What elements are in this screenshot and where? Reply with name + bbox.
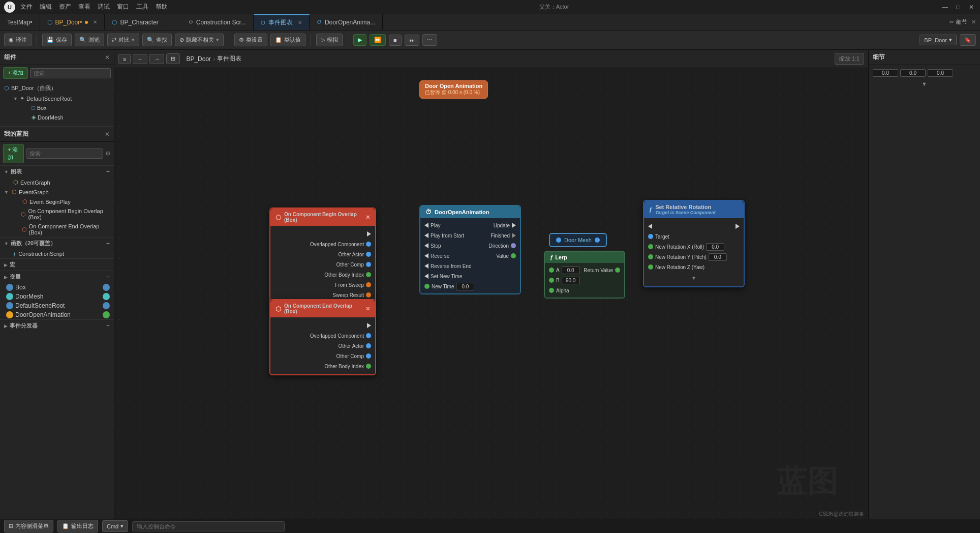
tab-bpdoor[interactable]: ⬡ BP_Door• ✕ [40, 14, 105, 30]
canvas-back-button[interactable]: ← [133, 54, 147, 64]
menu-window[interactable]: 窗口 [117, 3, 129, 11]
tab-construction[interactable]: ⚙ Construction Scr... [181, 14, 254, 30]
my-blueprint-close[interactable]: ✕ [105, 131, 110, 138]
breadcrumb-root[interactable]: BP_Door [186, 55, 211, 63]
blueprint-settings-icon[interactable]: ⚙ [105, 150, 111, 157]
class-settings-button[interactable]: ⚙ 类设置 [234, 34, 267, 46]
close-button[interactable]: ✕ [967, 3, 976, 12]
functions-collapse-arrow[interactable]: ▼ [4, 241, 9, 246]
tab-dooranim[interactable]: ⏱ DoorOpenAnima... [310, 14, 383, 30]
set-relative-rotation-node[interactable]: ƒ Set Relative Rotation Target is Scene … [643, 200, 745, 287]
details-close[interactable]: ✕ [971, 19, 976, 25]
maximize-button[interactable]: □ [954, 3, 963, 12]
tab-bpdoor-close[interactable]: ✕ [93, 19, 97, 25]
variable-dooropenanim-item[interactable]: DoorOpenAnimation [0, 310, 114, 319]
variables-collapse-arrow[interactable]: ▶ [4, 275, 8, 280]
on-end-overlap-node[interactable]: ⬡ On Component End Overlap (Box) ✕ Overl… [269, 299, 376, 375]
functions-add-button[interactable]: + [106, 240, 110, 247]
cmd-button[interactable]: Cmd ▾ [102, 520, 128, 532]
class-defaults-button[interactable]: 📋 类认值 [270, 34, 305, 46]
on-begin-overlap-otherbodyindex-pin: Other Body Index [270, 270, 375, 280]
variable-defaultsceneroot-item[interactable]: DefaultSceneRoot [0, 301, 114, 310]
menu-view[interactable]: 查看 [78, 3, 90, 11]
component-item-root[interactable]: ⬡ BP_Door（自我） [0, 83, 114, 94]
compare-button[interactable]: ⇄ 对比 ▾ [107, 34, 139, 46]
canvas-hamburger-button[interactable]: ≡ [118, 54, 131, 64]
lerp-node[interactable]: ƒ Lerp A Return Value [544, 251, 625, 299]
variable-doormesh-item[interactable]: DoorMesh [0, 292, 114, 301]
details-expand-arrow[interactable]: ▼ [922, 81, 927, 87]
minimize-button[interactable]: — [940, 3, 950, 12]
components-search-input[interactable] [30, 68, 111, 78]
add-blueprint-button[interactable]: + 添加 [3, 144, 24, 163]
da-newtime-value-input[interactable] [456, 283, 474, 290]
component-item-defaultsceneroot[interactable]: ▼ ✦ DefaultSceneRoot [0, 94, 114, 103]
tab-eventgraph[interactable]: ⬡ 事件图表 ✕ [254, 14, 310, 30]
lerp-a-value-input[interactable] [562, 266, 580, 274]
variables-add-button[interactable]: + [106, 274, 110, 281]
my-blueprint-search-input[interactable] [26, 149, 103, 159]
on-end-overlap-close-icon[interactable]: ✕ [365, 306, 370, 312]
event-dispatchers-add-button[interactable]: + [106, 322, 110, 330]
content-browser-button[interactable]: ⊞ 内容侧滑菜单 [4, 520, 53, 532]
eventgraph-item[interactable]: ⬡ EventGraph [0, 177, 114, 187]
tab-eventgraph-close[interactable]: ✕ [298, 20, 302, 25]
event-begin-overlap-item[interactable]: ⬡ On Component Begin Overlap (Box) [0, 206, 114, 222]
coord-y-input[interactable] [900, 69, 926, 77]
construction-script-item[interactable]: ƒ ConstructionScript [0, 249, 114, 258]
skip-button[interactable]: ⏭ [405, 35, 419, 46]
srr-pitchy-pin: New Rotation Y (Pitch) [644, 252, 744, 262]
tab-testmap[interactable]: TestMap• [0, 14, 40, 30]
more-button[interactable]: ⋯ [422, 34, 437, 46]
graphs-add-button[interactable]: + [106, 168, 110, 175]
door-open-animation-node[interactable]: ⏱ DoorOpenAnimation Play Update [419, 205, 521, 294]
stop-button[interactable]: ■ [389, 35, 402, 46]
find-button[interactable]: 🔍 查找 [142, 34, 172, 46]
menu-file[interactable]: 文件 [20, 3, 33, 11]
canvas-home-button[interactable]: ⊞ [166, 53, 180, 64]
component-item-box[interactable]: □ Box [0, 103, 114, 112]
variables-section-title: 变量 [10, 273, 21, 281]
hide-unrelated-button[interactable]: ⊘ 隐藏不相关 ▾ [175, 34, 224, 46]
menu-tools[interactable]: 工具 [136, 3, 148, 11]
on-begin-overlap-close-icon[interactable]: ✕ [365, 214, 370, 221]
srr-rollx-value-input[interactable] [706, 243, 724, 251]
event-beginplay-item[interactable]: ⬡ Event BeginPlay [0, 197, 114, 206]
tab-bpcharacter[interactable]: ⬡ BP_Character [105, 14, 166, 30]
add-component-button[interactable]: + 添加 [3, 67, 28, 79]
eventgraph-toggle-item[interactable]: ▼ ⬡ EventGraph [0, 187, 114, 197]
srr-expand-arrow[interactable]: ▼ [691, 275, 696, 281]
on-begin-overlap-node[interactable]: ⬡ On Component Begin Overlap (Box) ✕ Ove… [269, 208, 376, 304]
coord-z-input[interactable] [928, 69, 953, 77]
menu-edit[interactable]: 编辑 [40, 3, 52, 11]
component-item-doormesh[interactable]: ◈ DoorMesh [0, 112, 114, 122]
event-dispatchers-header: ▶ 事件分发器 + [0, 319, 114, 332]
canvas-forward-button[interactable]: → [149, 54, 164, 64]
macros-collapse-arrow[interactable]: ▶ [4, 262, 8, 268]
coord-x-input[interactable] [873, 69, 898, 77]
output-log-button[interactable]: 📋 输出日志 [57, 520, 98, 532]
menu-debug[interactable]: 调试 [98, 3, 110, 11]
components-close[interactable]: ✕ [105, 54, 110, 61]
play-dropdown-button[interactable]: ⏩ [370, 34, 386, 46]
bp-selector[interactable]: BP_Door ▾ [920, 35, 957, 45]
door-open-anim-float-node[interactable]: Door Open Animation 已暂停 @ 0.00 s (0.0 %) [419, 80, 488, 99]
simulate-button[interactable]: ▷ 模拟 [316, 34, 343, 46]
srr-pitchy-value-input[interactable] [709, 253, 727, 261]
browse-button[interactable]: 🔍 浏览 [75, 34, 104, 46]
graphs-collapse-arrow[interactable]: ▼ [4, 169, 9, 174]
door-mesh-node[interactable]: Door Mesh [549, 233, 607, 247]
save-button[interactable]: 💾 保存 [42, 34, 72, 46]
translate-button[interactable]: ◉ ◉ 译注 译注 [4, 34, 32, 46]
blueprint-canvas[interactable]: ≡ ← → ⊞ BP_Door › 事件图表 缩放 1:1 [114, 50, 868, 533]
event-dispatchers-arrow[interactable]: ▶ [4, 323, 8, 329]
lerp-b-value-input[interactable] [562, 277, 580, 284]
door-open-anim-float-subtitle: 已暂停 @ 0.00 s (0.0 %) [425, 89, 482, 96]
event-end-overlap-item[interactable]: ⬡ On Component End Overlap (Box) [0, 222, 114, 237]
bookmark-button[interactable]: 🔖 [960, 34, 976, 46]
variable-box-item[interactable]: Box [0, 283, 114, 292]
console-input[interactable] [132, 521, 285, 531]
play-button[interactable]: ▶ [353, 34, 366, 46]
menu-help[interactable]: 帮助 [156, 3, 168, 11]
menu-assets[interactable]: 资产 [59, 3, 71, 11]
